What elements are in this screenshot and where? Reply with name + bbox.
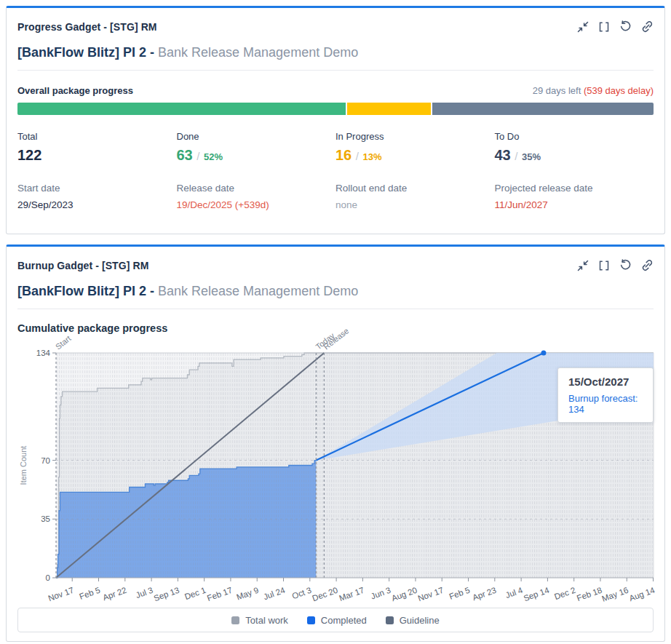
- y-tick-0: 0: [46, 573, 50, 582]
- rollout-end-date-value: none: [336, 199, 495, 210]
- refresh-icon[interactable]: [619, 259, 632, 271]
- stat-total: Total 122: [17, 131, 177, 164]
- overall-progress-label: Overall package progress: [17, 85, 133, 96]
- x-tick-12: Jun 3: [370, 586, 392, 601]
- x-tick-5: Dec 1: [183, 586, 207, 602]
- x-tick-17: Jul 4: [504, 585, 524, 600]
- stat-done: Done 63 / 52%: [177, 131, 336, 164]
- stat-done-value: 63: [177, 147, 193, 163]
- chart-tooltip: 15/Oct/2027 Burnup forecast: 134: [557, 367, 654, 423]
- x-tick-22: Aug 14: [628, 585, 656, 603]
- stats-row: Total 122 Done 63 / 52% In Progress 16 /…: [17, 131, 654, 164]
- x-tick-1: Feb 5: [78, 586, 101, 601]
- overall-progress-bar: [17, 103, 654, 115]
- gadget-title: Progress Gadget - [STG] RM: [17, 21, 157, 33]
- progress-segment-inprogress: [347, 103, 432, 115]
- legend-label: Completed: [321, 615, 367, 626]
- projected-release-date-value: 11/Jun/2027: [495, 199, 654, 210]
- burnup-gadget-header: Burnup Gadget - [STG] RM: [17, 259, 654, 271]
- stat-done-label: Done: [177, 131, 336, 142]
- package-name: [BankFlow Blitz] PI 2 -: [17, 45, 158, 60]
- progress-segment-done: [17, 103, 346, 115]
- tooltip-forecast-value: Burnup forecast: 134: [568, 393, 643, 415]
- stat-todo-label: To Do: [495, 131, 654, 142]
- x-tick-16: Apr 23: [472, 586, 498, 603]
- y-tick-70: 70: [41, 456, 50, 465]
- y-tick-134: 134: [36, 349, 51, 357]
- stat-todo-value: 43: [495, 147, 511, 163]
- divider: [17, 70, 654, 71]
- collapse-icon[interactable]: [577, 260, 589, 271]
- start-date: Start date 29/Sep/2023: [17, 183, 177, 210]
- release-date: Release date 19/Dec/2025 (+539d): [177, 183, 336, 210]
- release-date-value: 19/Dec/2025 (+539d): [177, 199, 336, 210]
- gadget-toolbar: [577, 259, 654, 271]
- x-axis-labels: Nov 17Feb 5Apr 22Jul 3Sep 13Dec 1Feb 17M…: [47, 578, 656, 603]
- projected-release-date: Projected release date 11/Jun/2027: [495, 183, 654, 210]
- rollout-end-date-label: Rollout end date: [336, 183, 495, 194]
- legend-guideline: Guideline: [386, 615, 440, 626]
- legend-swatch-guideline: [386, 616, 394, 624]
- x-tick-4: Sep 13: [153, 586, 180, 603]
- legend-swatch-completed: [307, 616, 315, 624]
- package-name: [BankFlow Blitz] PI 2 -: [17, 284, 158, 298]
- package-description: Bank Release Management Demo: [158, 45, 358, 60]
- x-tick-13: Aug 20: [390, 586, 418, 603]
- link-icon[interactable]: [641, 259, 654, 271]
- marker-label-start: Start: [54, 334, 73, 351]
- divider: [17, 309, 654, 309]
- package-title: [BankFlow Blitz] PI 2 - Bank Release Man…: [17, 284, 654, 299]
- slash: /: [196, 150, 199, 162]
- legend-label: Guideline: [400, 615, 440, 626]
- x-tick-15: Feb 5: [448, 586, 471, 601]
- package-description: Bank Release Management Demo: [158, 284, 358, 298]
- legend-swatch-total-work: [231, 616, 239, 624]
- y-axis-title: Item Count: [19, 446, 28, 485]
- stat-total-label: Total: [17, 131, 177, 142]
- days-delay-value: (539 days delay): [584, 85, 654, 96]
- y-axis-labels: 03570134: [36, 349, 56, 582]
- slash: /: [515, 150, 517, 162]
- x-tick-0: Nov 17: [47, 586, 75, 603]
- stat-inprogress-label: In Progress: [336, 131, 495, 142]
- forecast-end-dot: [541, 351, 546, 356]
- refresh-icon[interactable]: [619, 20, 632, 33]
- collapse-icon[interactable]: [577, 21, 589, 33]
- stat-inprogress-pct: 13%: [363, 151, 382, 162]
- legend-label: Total work: [245, 615, 288, 626]
- chart-legend: Total work Completed Guideline: [17, 608, 654, 632]
- x-tick-2: Apr 22: [102, 586, 128, 603]
- x-tick-18: Sep 14: [523, 585, 551, 603]
- x-tick-3: Jul 3: [135, 586, 154, 600]
- tooltip-date: 15/Oct/2027: [568, 375, 643, 388]
- gadget-toolbar: [577, 20, 654, 33]
- x-tick-8: Jul 24: [262, 585, 287, 601]
- days-left-value: 29 days left: [533, 85, 584, 96]
- link-icon[interactable]: [641, 20, 654, 33]
- progress-gadget-header: Progress Gadget - [STG] RM: [17, 20, 654, 33]
- x-tick-10: Dec 20: [311, 586, 338, 603]
- gadget-title: Burnup Gadget - [STG] RM: [17, 260, 149, 271]
- burnup-gadget-card: Burnup Gadget - [STG] RM [BankFlow Blitz…: [6, 245, 665, 642]
- start-date-label: Start date: [17, 183, 177, 194]
- slash: /: [356, 150, 359, 162]
- progress-segment-todo: [432, 103, 654, 115]
- stat-done-pct: 52%: [204, 151, 223, 162]
- x-tick-9: Oct 3: [291, 586, 313, 601]
- stat-inprogress: In Progress 16 / 13%: [336, 131, 495, 164]
- stat-total-value: 122: [17, 147, 177, 164]
- chart-title: Cumulative package progress: [17, 322, 654, 334]
- y-tick-35: 35: [41, 514, 50, 523]
- fullscreen-icon[interactable]: [598, 21, 610, 33]
- rollout-end-date: Rollout end date none: [336, 183, 495, 210]
- days-left-text: 29 days left (539 days delay): [533, 85, 654, 96]
- legend-total-work: Total work: [231, 615, 288, 626]
- burnup-chart-area: StartTodayRelease03570134Nov 17Feb 5Apr …: [17, 335, 654, 603]
- fullscreen-icon[interactable]: [598, 260, 610, 271]
- x-tick-20: Feb 18: [576, 586, 603, 603]
- x-tick-7: May 9: [235, 586, 260, 602]
- x-tick-6: Feb 17: [206, 586, 234, 603]
- package-title: [BankFlow Blitz] PI 2 - Bank Release Man…: [17, 45, 654, 60]
- progress-gadget-card: Progress Gadget - [STG] RM [BankFlow Bli…: [6, 6, 665, 234]
- stat-todo-pct: 35%: [522, 151, 541, 162]
